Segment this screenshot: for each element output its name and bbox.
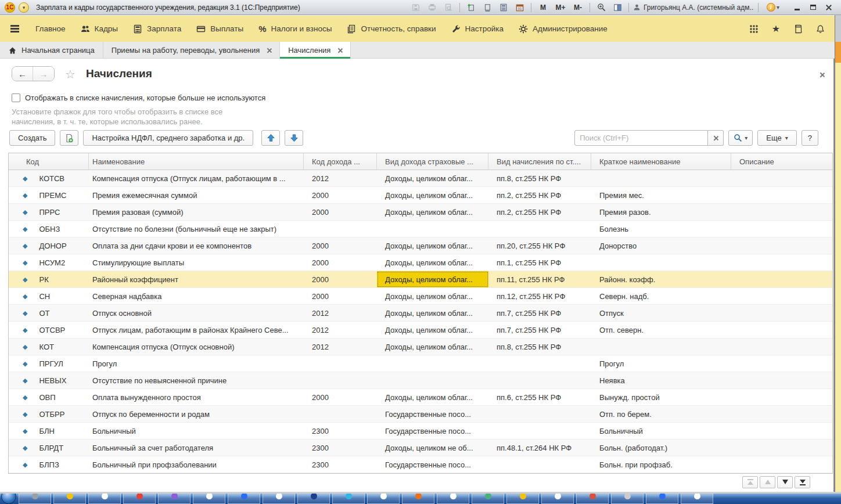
cell-income_code[interactable]: 2012 xyxy=(304,305,377,321)
taskbar-app-button[interactable] xyxy=(681,494,713,504)
tab-nachisleniya[interactable]: Начисления xyxy=(280,42,351,59)
cell-income_code[interactable] xyxy=(304,406,377,422)
cell-description[interactable] xyxy=(731,322,832,338)
cell-income_type[interactable]: Доходы, целиком облаг... xyxy=(377,254,488,271)
tab-priemy[interactable]: Приемы на работу, переводы, увольнения xyxy=(103,42,280,59)
table-row[interactable]: ◆ПРГУЛ Прогул Прогул xyxy=(9,355,832,372)
cell-name[interactable]: Больничный xyxy=(89,423,304,439)
taskbar-app-button[interactable] xyxy=(367,494,400,504)
cell-description[interactable] xyxy=(731,355,832,372)
cell-income_code[interactable]: 2300 xyxy=(304,440,377,456)
minimize-button[interactable] xyxy=(789,2,805,13)
cell-accrual_type[interactable]: пп.1, ст.255 НК РФ xyxy=(488,254,591,271)
nav-forward-button[interactable]: → xyxy=(33,67,54,81)
cell-name[interactable]: Отпуск по беременности и родам xyxy=(89,406,304,422)
cell-name[interactable]: Компенсация отпуска (Отпуск лицам, работ… xyxy=(89,170,304,186)
menu-item-nastroyka[interactable]: Настройка xyxy=(451,24,504,34)
cell-accrual_type[interactable]: пп.6, ст.255 НК РФ xyxy=(488,389,591,405)
cell-income_code[interactable]: 2012 xyxy=(304,170,377,186)
column-header-income-code[interactable]: Код дохода ... xyxy=(304,153,377,170)
taskbar-app-button[interactable] xyxy=(158,494,191,504)
table-row[interactable]: ◆БЛН Больничный 2300 Государственные пос… xyxy=(9,423,832,440)
cell-income_code[interactable]: 2000 xyxy=(304,237,377,254)
cell-description[interactable] xyxy=(731,305,832,321)
cell-description[interactable] xyxy=(731,389,832,405)
column-header-income-type[interactable]: Вид дохода страховые ... xyxy=(377,153,488,170)
cell-accrual_type[interactable] xyxy=(488,406,591,422)
search-options-button[interactable]: ▾ xyxy=(728,130,753,146)
table-row[interactable]: ◆ДОНОР Оплата за дни сдачи крови и ее ко… xyxy=(9,237,832,254)
go-last-button[interactable] xyxy=(795,476,810,488)
cell-name[interactable]: Оплата вынужденного простоя xyxy=(89,389,304,405)
cell-short_name[interactable]: Неявка xyxy=(591,372,731,388)
cell-short_name[interactable]: Премия мес. xyxy=(591,187,731,203)
all-functions-icon[interactable] xyxy=(749,24,759,34)
cell-name[interactable]: Районный коэффициент xyxy=(89,271,304,287)
cell-description[interactable] xyxy=(731,221,832,237)
cell-income_type[interactable]: Доходы, целиком облаг... xyxy=(377,322,488,338)
cell-income_type[interactable]: Доходы, целиком облаг... xyxy=(377,305,488,321)
cell-income_type[interactable]: Доходы, целиком облаг... xyxy=(377,389,488,405)
menu-item-administrirovanie[interactable]: Администрирование xyxy=(519,24,608,34)
help-button[interactable]: ? xyxy=(802,130,818,146)
cell-short_name[interactable] xyxy=(591,254,731,271)
cell-short_name[interactable]: Донорство xyxy=(591,237,731,254)
cell-income_code[interactable]: 2000 xyxy=(304,389,377,405)
taskbar-app-button[interactable] xyxy=(53,494,86,504)
cell-accrual_type[interactable]: пп.8, ст.255 НК РФ xyxy=(488,170,591,186)
tab-home[interactable]: Начальная страница xyxy=(0,42,103,59)
table-row[interactable]: ◆ОТ Отпуск основной 2012 Доходы, целиком… xyxy=(9,305,832,322)
cell-accrual_type[interactable]: пп.8, ст.255 НК РФ xyxy=(488,339,591,355)
add-to-favorites-star-icon[interactable]: ☆ xyxy=(65,67,76,81)
save-file-icon[interactable] xyxy=(480,2,494,13)
move-up-button[interactable] xyxy=(261,130,280,146)
tab-close-icon[interactable] xyxy=(267,48,271,53)
cell-description[interactable] xyxy=(731,440,832,456)
cell-income_code[interactable]: 2000 xyxy=(304,254,377,271)
memory-m-plus-button[interactable]: M+ xyxy=(553,2,568,13)
cell-accrual_type[interactable]: пп.48.1, ст.264 НК РФ xyxy=(488,440,591,456)
history-icon[interactable] xyxy=(793,24,803,34)
table-row[interactable]: ◆ОТБРР Отпуск по беременности и родам Го… xyxy=(9,406,832,423)
cell-description[interactable] xyxy=(731,204,832,220)
memory-m-minus-button[interactable]: M- xyxy=(570,2,585,13)
taskbar-app-button[interactable] xyxy=(576,494,609,504)
column-header-name[interactable]: Наименование xyxy=(89,153,304,170)
table-row[interactable]: ◆ОТСВР Отпуск лицам, работающим в района… xyxy=(9,322,832,339)
go-first-button[interactable] xyxy=(742,476,758,488)
table-row[interactable]: ◆ПРЕМС Премия ежемесячная суммой 2000 До… xyxy=(9,187,832,204)
cell-short_name[interactable]: Северн. надб. xyxy=(591,288,731,304)
cell-name[interactable]: Оплата за дни сдачи крови и ее компонент… xyxy=(89,237,304,254)
cell-short_name[interactable]: Премия разов. xyxy=(591,204,731,220)
create-button[interactable]: Создать xyxy=(9,130,55,146)
cell-accrual_type[interactable] xyxy=(488,355,591,372)
taskbar-app-button[interactable] xyxy=(263,494,295,504)
cell-name[interactable]: Больничный за счет работодателя xyxy=(89,440,304,456)
taskbar-app-button[interactable] xyxy=(611,494,644,504)
calculator-icon[interactable] xyxy=(497,2,511,13)
cell-income_type[interactable]: Доходы, целиком не об... xyxy=(377,440,488,456)
cell-income_code[interactable]: 2300 xyxy=(304,456,377,473)
cell-income_code[interactable]: 2012 xyxy=(304,322,377,338)
cell-name[interactable]: Северная надбавка xyxy=(89,288,304,304)
cell-income_code[interactable] xyxy=(304,355,377,372)
cell-description[interactable] xyxy=(731,372,832,388)
cell-income_type[interactable]: Государственные посо... xyxy=(377,406,488,422)
create-group-button[interactable] xyxy=(60,130,78,146)
cell-name[interactable]: Прогул xyxy=(89,355,304,372)
cell-income_code[interactable]: 2300 xyxy=(304,423,377,439)
table-row[interactable]: ◆КОТСВ Компенсация отпуска (Отпуск лицам… xyxy=(9,170,832,187)
memory-m-button[interactable]: M xyxy=(535,2,551,13)
cell-income_type[interactable]: Доходы, целиком облаг... xyxy=(377,288,488,304)
cell-accrual_type[interactable] xyxy=(488,456,591,473)
cell-accrual_type[interactable]: пп.12, ст.255 НК РФ xyxy=(488,288,591,304)
taskbar-app-button[interactable] xyxy=(193,494,225,504)
table-row[interactable]: ◆ПРРС Премия разовая (суммой) 2000 Доход… xyxy=(9,204,832,221)
cell-short_name[interactable]: Отп. по берем. xyxy=(591,406,731,422)
table-row[interactable]: ◆ОБНЗ Отсутствие по болезни (больничный … xyxy=(9,221,832,237)
cell-description[interactable] xyxy=(731,170,832,186)
cell-name[interactable]: Отпуск основной xyxy=(89,305,304,321)
taskbar-app-button[interactable] xyxy=(646,494,678,504)
taskbar-app-button[interactable] xyxy=(297,494,330,504)
cell-short_name[interactable]: Отпуск xyxy=(591,305,731,321)
